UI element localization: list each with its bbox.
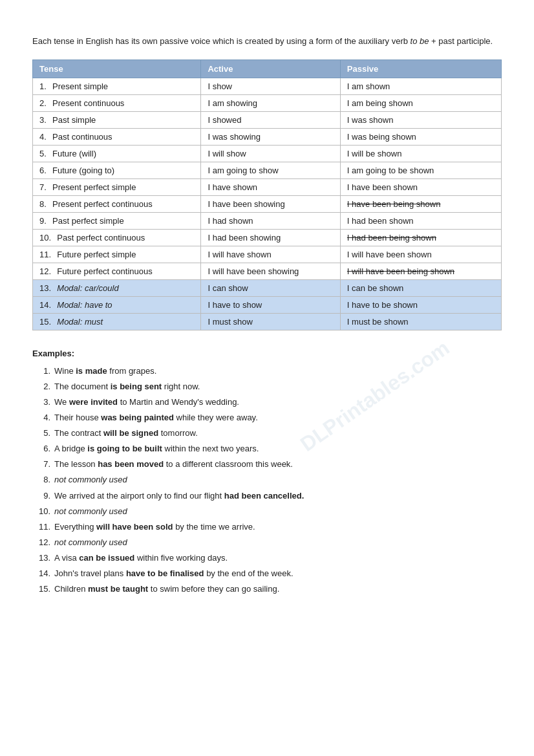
table-row: 5. Future (will)I will showI will be sho… <box>33 145 502 162</box>
table-row: 2. Present continuousI am showingI am be… <box>33 94 502 111</box>
list-item-num: 10. <box>32 505 50 518</box>
table-row: 7. Present perfect simpleI have shownI h… <box>33 178 502 195</box>
list-item: 8.not commonly used <box>32 473 502 486</box>
list-item-num: 14. <box>32 567 50 580</box>
list-item: 2.The document is being sent right now. <box>32 380 502 393</box>
cell-passive: I can be shown <box>340 279 501 296</box>
cell-tense: 3. Past simple <box>33 111 201 128</box>
list-item-num: 8. <box>32 473 50 486</box>
list-item-text: not commonly used <box>54 505 502 518</box>
intro-italic: to be <box>411 36 429 46</box>
cell-active: I have been showing <box>201 195 340 212</box>
list-item: 11.Everything will have been sold by the… <box>32 521 502 534</box>
cell-passive: I have been being shown <box>340 195 501 212</box>
list-item-text: not commonly used <box>54 536 502 549</box>
list-item-num: 5. <box>32 427 50 440</box>
cell-active: I am going to show <box>201 162 340 178</box>
cell-tense: 6. Future (going to) <box>33 162 201 178</box>
cell-passive: I have been shown <box>340 178 501 195</box>
list-item: 4.Their house was being painted while th… <box>32 411 502 424</box>
cell-passive: I had been shown <box>340 212 501 229</box>
cell-tense: 4. Past continuous <box>33 128 201 145</box>
cell-active: I showed <box>201 111 340 128</box>
table-body: 1. Present simpleI showI am shown2. Pres… <box>33 78 502 330</box>
cell-tense: 10. Past perfect continuous <box>33 229 201 246</box>
cell-passive: I must be shown <box>340 313 501 330</box>
table-header-row: Tense Active Passive <box>33 59 502 78</box>
cell-active: I will have been showing <box>201 263 340 279</box>
list-item: 12.not commonly used <box>32 536 502 549</box>
cell-passive: I will be shown <box>340 145 501 162</box>
table-row: 3. Past simpleI showedI was shown <box>33 111 502 128</box>
list-item: 15.Children must be taught to swim befor… <box>32 583 502 596</box>
list-item-num: 7. <box>32 458 50 471</box>
list-item: 1.Wine is made from grapes. <box>32 365 502 378</box>
cell-active: I had shown <box>201 212 340 229</box>
list-item-text: We arrived at the airport only to find o… <box>54 490 502 502</box>
table-row: 13. Modal: car/couldI can showI can be s… <box>33 279 502 296</box>
table-row: 4. Past continuousI was showingI was bei… <box>33 128 502 145</box>
cell-tense: 15. Modal: must <box>33 313 201 330</box>
cell-tense: 2. Present continuous <box>33 94 201 111</box>
list-item-num: 6. <box>32 442 50 455</box>
cell-tense: 14. Modal: have to <box>33 296 201 313</box>
cell-tense: 13. Modal: car/could <box>33 279 201 296</box>
cell-tense: 1. Present simple <box>33 78 201 94</box>
table-row: 12. Future perfect continuousI will have… <box>33 263 502 279</box>
cell-tense: 7. Present perfect simple <box>33 178 201 195</box>
table-row: 8. Present perfect continuousI have been… <box>33 195 502 212</box>
cell-active: I have to show <box>201 296 340 313</box>
list-item-text: Children must be taught to swim before t… <box>54 583 502 596</box>
passive-voice-table: Tense Active Passive 1. Present simpleI … <box>32 59 502 330</box>
table-row: 9. Past perfect simpleI had shownI had b… <box>33 212 502 229</box>
page-wrapper: DLPrintables.com Each tense in English h… <box>32 35 502 596</box>
cell-passive: I had been being shown <box>340 229 501 246</box>
cell-active: I will have shown <box>201 246 340 263</box>
intro-text-part1: Each tense in English has its own passiv… <box>32 36 411 46</box>
list-item-text: The document is being sent right now. <box>54 380 502 393</box>
examples-title: Examples: <box>32 349 502 358</box>
list-item: 3.We were invited to Martin and Wendy's … <box>32 396 502 409</box>
list-item-text: A visa can be issued within five working… <box>54 552 502 565</box>
list-item-num: 1. <box>32 365 50 378</box>
list-item-num: 13. <box>32 552 50 565</box>
list-item: 5.The contract will be signed tomorrow. <box>32 427 502 440</box>
table-row: 14. Modal: have toI have to showI have t… <box>33 296 502 313</box>
intro-text: Each tense in English has its own passiv… <box>32 35 502 48</box>
list-item-num: 12. <box>32 536 50 549</box>
list-item: 7.The lesson has been moved to a differe… <box>32 458 502 471</box>
cell-tense: 9. Past perfect simple <box>33 212 201 229</box>
cell-tense: 11. Future perfect simple <box>33 246 201 263</box>
cell-passive: I am going to be shown <box>340 162 501 178</box>
table-row: 11. Future perfect simpleI will have sho… <box>33 246 502 263</box>
intro-text-part2: + past participle. <box>429 36 493 46</box>
cell-active: I had been showing <box>201 229 340 246</box>
list-item-num: 2. <box>32 380 50 393</box>
examples-section: Examples: 1.Wine is made from grapes.2.T… <box>32 349 502 596</box>
header-active: Active <box>201 59 340 78</box>
cell-active: I show <box>201 78 340 94</box>
list-item: 10.not commonly used <box>32 505 502 518</box>
cell-passive: I have to be shown <box>340 296 501 313</box>
table-row: 1. Present simpleI showI am shown <box>33 78 502 94</box>
list-item-num: 4. <box>32 411 50 424</box>
table-row: 10. Past perfect continuousI had been sh… <box>33 229 502 246</box>
list-item-text: not commonly used <box>54 473 502 486</box>
cell-tense: 12. Future perfect continuous <box>33 263 201 279</box>
table-row: 15. Modal: mustI must showI must be show… <box>33 313 502 330</box>
cell-passive: I was shown <box>340 111 501 128</box>
cell-passive: I will have been shown <box>340 246 501 263</box>
list-item: 14.John's travel plans have to be finali… <box>32 567 502 580</box>
header-passive: Passive <box>340 59 501 78</box>
cell-active: I was showing <box>201 128 340 145</box>
cell-passive: I will have been being shown <box>340 263 501 279</box>
cell-active: I have shown <box>201 178 340 195</box>
cell-tense: 5. Future (will) <box>33 145 201 162</box>
list-item-num: 15. <box>32 583 50 596</box>
list-item: 9.We arrived at the airport only to find… <box>32 490 502 502</box>
examples-list: 1.Wine is made from grapes.2.The documen… <box>32 365 502 596</box>
cell-active: I am showing <box>201 94 340 111</box>
list-item: 6.A bridge is going to be built within t… <box>32 442 502 455</box>
cell-active: I can show <box>201 279 340 296</box>
list-item-num: 3. <box>32 396 50 409</box>
